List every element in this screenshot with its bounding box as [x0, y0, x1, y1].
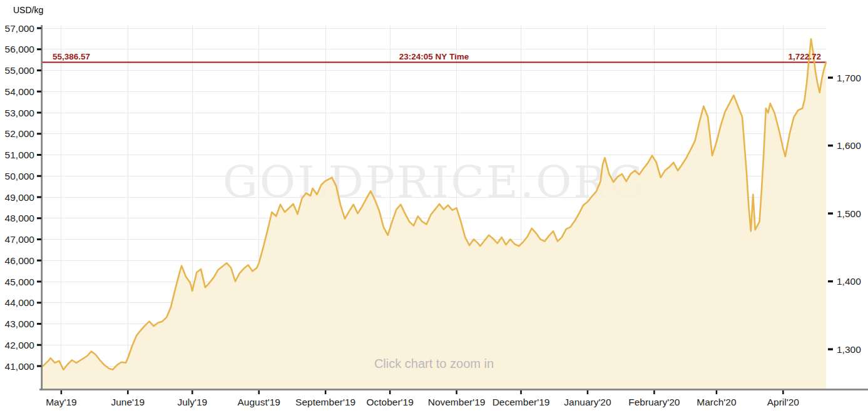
price-history-chart[interactable]: 57,00056,00055,00054,00053,00052,00051,0…	[0, 0, 868, 418]
left-tick-label: 44,000	[5, 297, 35, 308]
month-tick	[191, 390, 193, 394]
month-tick	[716, 390, 718, 394]
month-tick-label: August'19	[237, 397, 280, 407]
month-tick-label: June'19	[111, 397, 145, 407]
left-tick	[37, 344, 41, 346]
left-tick-label: 53,000	[5, 108, 35, 118]
month-tick	[653, 390, 655, 394]
month-tick-label: November'19	[428, 397, 486, 407]
left-tick-label: 42,000	[5, 340, 35, 350]
left-tick-label: 50,000	[5, 171, 35, 181]
left-tick	[37, 112, 41, 114]
right-tick-label: 1,300	[837, 344, 861, 355]
y-axis-line	[41, 25, 43, 390]
left-tick	[37, 323, 41, 325]
left-tick-label: 46,000	[5, 255, 35, 266]
left-tick	[37, 69, 41, 71]
month-tick-label: April'20	[767, 397, 800, 407]
month-tick-label: December'19	[493, 397, 550, 407]
month-tick-label: February'20	[628, 397, 680, 407]
left-tick	[37, 28, 41, 29]
left-tick	[37, 281, 41, 283]
right-tick-label: 1,500	[837, 208, 861, 219]
right-tick	[828, 76, 833, 78]
left-tick	[37, 196, 41, 198]
left-tick	[37, 302, 41, 303]
left-tick-label: 54,000	[5, 86, 35, 97]
month-tick	[258, 390, 260, 394]
left-tick-label: 41,000	[5, 361, 35, 372]
left-tick-label: 47,000	[5, 234, 35, 245]
left-tick	[37, 238, 41, 240]
right-tick-label: 1,600	[837, 140, 861, 151]
month-tick	[127, 390, 129, 394]
right-tick	[828, 145, 833, 146]
left-tick-label: 48,000	[5, 213, 35, 223]
x-axis-line	[39, 389, 868, 390]
month-tick	[782, 390, 784, 394]
left-tick	[37, 48, 41, 50]
month-tick	[61, 390, 63, 394]
left-tick-label: 49,000	[5, 192, 35, 203]
month-tick	[520, 390, 522, 394]
month-tick-label: May'19	[46, 397, 76, 407]
left-tick-label: 55,000	[5, 65, 35, 76]
left-tick	[37, 260, 41, 262]
current-price-oz-label: 1,722.72	[788, 52, 821, 61]
left-tick	[37, 154, 41, 156]
right-tick-label: 1,400	[837, 276, 861, 287]
right-tick	[828, 212, 833, 214]
right-tick	[828, 280, 833, 282]
ny-time-label: 23:24:05 NY Time	[42, 52, 826, 61]
left-tick-label: 57,000	[5, 23, 35, 34]
month-tick-label: October'19	[366, 397, 413, 407]
left-tick	[37, 365, 41, 367]
month-tick	[389, 390, 391, 394]
month-tick	[325, 390, 327, 394]
left-tick	[37, 217, 41, 219]
left-tick-label: 52,000	[5, 128, 35, 139]
left-tick-label: 56,000	[5, 44, 35, 54]
left-tick-label: 43,000	[5, 319, 35, 329]
zoom-hint-text: Click chart to zoom in	[42, 357, 826, 371]
month-tick-label: July'19	[177, 397, 207, 407]
left-tick	[37, 175, 41, 177]
left-tick-label: 45,000	[5, 277, 35, 287]
left-tick-label: 51,000	[5, 150, 35, 160]
month-tick	[587, 390, 589, 394]
gold-price-chart-page: USD/kg GOLDPRICE.ORG 57,00056,00055,0005…	[0, 0, 868, 418]
month-tick	[456, 390, 457, 394]
month-tick-label: September'19	[295, 397, 355, 407]
month-tick-label: March'20	[697, 397, 737, 407]
right-tick-label: 1,700	[837, 73, 861, 83]
left-tick	[37, 133, 41, 135]
right-tick	[828, 348, 833, 350]
month-tick-label: January'20	[564, 397, 611, 407]
left-tick	[37, 91, 41, 93]
